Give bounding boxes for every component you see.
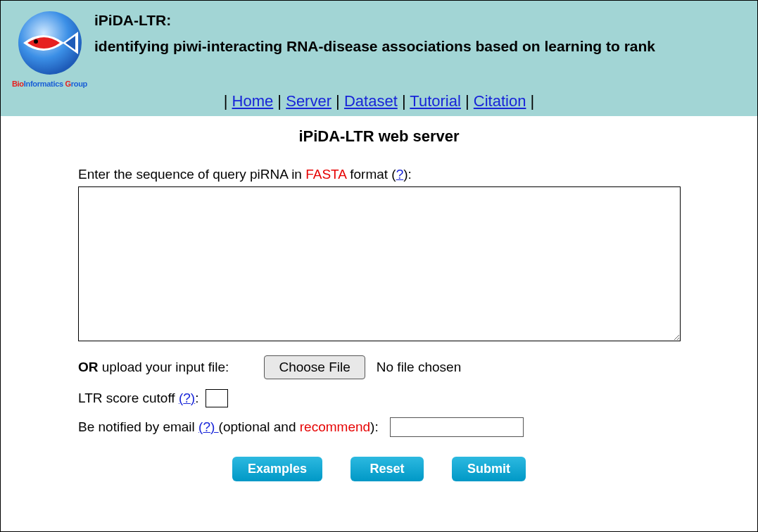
file-status-text: No file chosen [377, 360, 461, 375]
reset-button[interactable]: Reset [350, 457, 424, 481]
logo-block: BioInformatics Group [9, 8, 90, 88]
help-cutoff-link[interactable]: (?) [179, 391, 195, 405]
header-top: BioInformatics Group iPiDA-LTR: identify… [9, 8, 749, 88]
upload-row: OR upload your input file: Choose File N… [78, 355, 680, 379]
app-subtitle: identifying piwi-interacting RNA-disease… [94, 36, 749, 56]
svg-point-1 [34, 39, 38, 44]
button-row: Examples Reset Submit [78, 457, 680, 481]
choose-file-button[interactable]: Choose File [264, 355, 365, 379]
main-content: iPiDA-LTR web server Enter the sequence … [1, 116, 757, 531]
page-title: iPiDA-LTR web server [29, 127, 729, 146]
help-email-link[interactable]: (?) [198, 419, 219, 434]
form-area: Enter the sequence of query piRNA in FAS… [29, 167, 729, 481]
nav-server[interactable]: Server [286, 92, 331, 110]
nav-citation[interactable]: Citation [474, 92, 526, 110]
nav-bar: | Home | Server | Dataset | Tutorial | C… [9, 92, 749, 110]
app-title: iPiDA-LTR: [94, 12, 749, 29]
nav-dataset[interactable]: Dataset [344, 92, 398, 110]
nav-home[interactable]: Home [232, 92, 274, 110]
email-field[interactable] [390, 417, 524, 437]
fasta-highlight: FASTA [305, 167, 346, 182]
page-container: BioInformatics Group iPiDA-LTR: identify… [0, 0, 758, 532]
help-fasta-link[interactable]: ? [396, 167, 404, 182]
examples-button[interactable]: Examples [232, 457, 322, 481]
or-label: OR [78, 360, 99, 374]
sequence-label: Enter the sequence of query piRNA in FAS… [78, 167, 680, 182]
recommend-highlight: recommend [300, 419, 370, 434]
submit-button[interactable]: Submit [452, 457, 526, 481]
logo-text: BioInformatics Group [9, 80, 90, 88]
nav-tutorial[interactable]: Tutorial [410, 92, 461, 110]
email-row: Be notified by email (?) (optional and r… [78, 417, 680, 437]
logo-icon [15, 8, 85, 78]
header: BioInformatics Group iPiDA-LTR: identify… [1, 1, 757, 116]
cutoff-input[interactable] [206, 389, 228, 407]
cutoff-row: LTR score cutoff (?): [78, 389, 680, 407]
title-block: iPiDA-LTR: identifying piwi-interacting … [90, 8, 749, 56]
sequence-input[interactable] [78, 186, 681, 341]
